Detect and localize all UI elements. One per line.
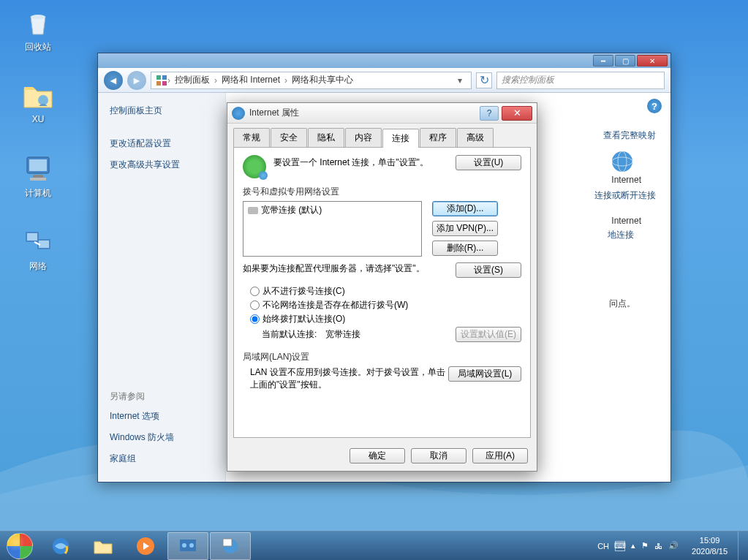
tab-general[interactable]: 常规 <box>233 128 270 147</box>
taskbar-ie[interactable] <box>40 532 81 560</box>
svg-rect-10 <box>156 75 161 80</box>
xu-folder-label: XU <box>10 114 66 124</box>
internet-globe-icon <box>611 150 634 173</box>
internet-properties-dialog: Internet 属性 ? ✕ 常规 安全 隐私 内容 连接 程序 高级 要设置… <box>227 102 537 472</box>
sidebar-home[interactable]: 控制面板主页 <box>110 105 214 117</box>
forward-button[interactable]: ► <box>127 71 146 90</box>
breadcrumb-net-sharing[interactable]: 网络和共享中心 <box>287 74 358 86</box>
action-center-icon[interactable]: ⚑ <box>641 541 649 550</box>
clock-time: 15:09 <box>692 535 728 545</box>
start-orb-icon <box>7 533 33 559</box>
dial-list-item[interactable]: 宽带连接 (默认) <box>245 203 420 217</box>
svg-point-20 <box>182 543 186 548</box>
view-full-map-link[interactable]: 查看完整映射 <box>603 129 656 142</box>
question-point-text: 问点。 <box>609 298 635 310</box>
search-input[interactable]: 搜索控制面板 <box>496 72 665 89</box>
remove-button[interactable]: 删除(R)... <box>432 241 498 256</box>
sidebar-see-also-title: 另请参阅 <box>110 390 214 403</box>
tab-security[interactable]: 安全 <box>271 128 307 147</box>
refresh-button[interactable]: ↻ <box>476 72 492 88</box>
local-connection-link[interactable]: 地连接 <box>608 229 634 241</box>
control-panel-icon <box>156 75 167 86</box>
radio-always-dial-input[interactable] <box>250 314 260 324</box>
add-button[interactable]: 添加(D)... <box>432 201 498 216</box>
volume-icon[interactable]: 🔊 <box>668 541 679 550</box>
network-icon[interactable]: 网络 <box>10 227 66 273</box>
taskbar-media-player[interactable] <box>125 532 166 560</box>
svg-rect-5 <box>30 178 46 181</box>
breadcrumb-net-internet[interactable]: 网络和 Internet <box>217 74 284 86</box>
svg-rect-3 <box>29 159 47 171</box>
dial-connection-list[interactable]: 宽带连接 (默认) <box>243 201 422 257</box>
lan-settings-button[interactable]: 局域网设置(L) <box>448 366 521 382</box>
setup-button[interactable]: 设置(U) <box>456 155 521 170</box>
maximize-button[interactable]: ▢ <box>615 55 635 67</box>
svg-rect-11 <box>162 75 167 80</box>
computer-label: 计算机 <box>10 187 66 200</box>
cp-sidebar: 控制面板主页 更改适配器设置 更改高级共享设置 另请参阅 Internet 选项… <box>98 93 226 482</box>
taskbar-control-panel[interactable] <box>167 532 208 560</box>
lan-section-label: 局域网(LAN)设置 <box>243 351 521 363</box>
svg-point-0 <box>31 15 45 19</box>
tab-programs[interactable]: 程序 <box>420 128 456 147</box>
start-button[interactable] <box>0 531 39 561</box>
dialog-icon <box>232 107 245 120</box>
internet-label: Internet <box>611 175 641 185</box>
setup-text: 要设置一个 Internet 连接，单击"设置"。 <box>273 155 456 169</box>
dialog-close-button[interactable]: ✕ <box>502 106 532 121</box>
dialog-title: Internet 属性 <box>249 107 480 119</box>
radio-never-dial[interactable]: 从不进行拨号连接(C) <box>250 285 521 298</box>
cp-titlebar: ━ ▢ ✕ <box>98 53 670 68</box>
minimize-button[interactable]: ━ <box>593 55 613 67</box>
tab-content[interactable]: 内容 <box>345 128 382 147</box>
svg-rect-12 <box>156 81 161 86</box>
radio-dial-when-input[interactable] <box>250 300 260 310</box>
breadcrumb-dropdown-icon[interactable]: ▾ <box>453 75 466 86</box>
tab-advanced[interactable]: 高级 <box>457 128 494 147</box>
network-tray-icon[interactable]: 🖧 <box>654 542 662 550</box>
sidebar-firewall[interactable]: Windows 防火墙 <box>110 431 214 444</box>
svg-point-14 <box>612 151 632 172</box>
radio-dial-when[interactable]: 不论网络连接是否存在都进行拨号(W) <box>250 299 521 311</box>
language-indicator[interactable]: CH <box>597 542 609 550</box>
add-vpn-button[interactable]: 添加 VPN(P)... <box>432 221 498 236</box>
current-default-value: 宽带连接 <box>325 328 360 341</box>
network-label: 网络 <box>10 260 66 273</box>
connect-disconnect-link[interactable]: 连接或断开连接 <box>594 189 656 202</box>
system-tray: CH ⌨ ▴ ⚑ 🖧 🔊 15:09 2020/8/15 <box>594 535 738 556</box>
radio-never-dial-input[interactable] <box>250 287 260 296</box>
help-icon[interactable]: ? <box>647 99 662 113</box>
clock[interactable]: 15:09 2020/8/15 <box>684 535 735 556</box>
globe-icon <box>243 155 266 178</box>
clock-date: 2020/8/15 <box>692 546 728 556</box>
ok-button[interactable]: 确定 <box>350 448 405 463</box>
close-button[interactable]: ✕ <box>637 55 668 67</box>
breadcrumb-control-panel[interactable]: 控制面板 <box>170 74 214 86</box>
breadcrumb[interactable]: › 控制面板 › 网络和 Internet › 网络和共享中心 ▾ <box>151 72 472 89</box>
dial-section-label: 拨号和虚拟专用网络设置 <box>243 186 521 198</box>
sidebar-adapter-settings[interactable]: 更改适配器设置 <box>110 137 214 150</box>
tray-chevron-icon[interactable]: ▴ <box>631 541 635 550</box>
back-button[interactable]: ◄ <box>104 71 123 90</box>
current-default-label: 当前默认连接: <box>262 328 317 341</box>
set-default-button[interactable]: 设置默认值(E) <box>456 327 521 342</box>
sidebar-advanced-sharing[interactable]: 更改高级共享设置 <box>110 159 214 171</box>
dialog-titlebar[interactable]: Internet 属性 ? ✕ <box>227 103 537 124</box>
apply-button[interactable]: 应用(A) <box>472 448 528 463</box>
sidebar-homegroup[interactable]: 家庭组 <box>110 453 214 465</box>
tab-connections[interactable]: 连接 <box>382 129 419 148</box>
cancel-button[interactable]: 取消 <box>411 448 466 463</box>
keyboard-icon[interactable]: ⌨ <box>615 541 625 551</box>
settings-button[interactable]: 设置(S) <box>456 262 521 278</box>
radio-always-dial[interactable]: 始终拨打默认连接(O) <box>250 313 521 325</box>
taskbar-internet-options[interactable] <box>210 532 251 560</box>
tab-privacy[interactable]: 隐私 <box>308 128 344 147</box>
svg-point-1 <box>38 95 48 105</box>
xu-folder-icon[interactable]: XU <box>10 80 66 124</box>
computer-icon[interactable]: 计算机 <box>10 154 66 200</box>
dialog-help-button[interactable]: ? <box>480 106 499 121</box>
taskbar-explorer[interactable] <box>83 532 124 560</box>
show-desktop-button[interactable] <box>738 531 748 561</box>
sidebar-internet-options[interactable]: Internet 选项 <box>110 410 214 423</box>
recycle-bin-icon[interactable]: 回收站 <box>10 7 66 53</box>
